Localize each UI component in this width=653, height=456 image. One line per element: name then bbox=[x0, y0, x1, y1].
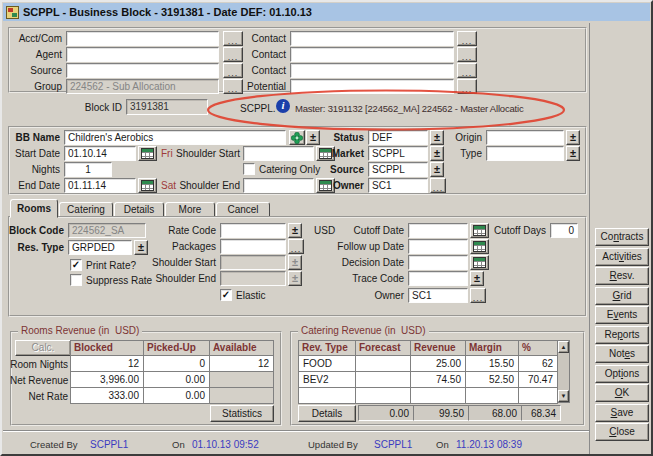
activities-button[interactable]: Activities bbox=[595, 248, 649, 266]
type-dropdown-button[interactable]: ± bbox=[566, 146, 580, 161]
group-field: 224562 - Sub Allocation bbox=[66, 79, 219, 94]
updated-on-label: On bbox=[436, 439, 449, 450]
created-on-value: 01.10.13 09:52 bbox=[192, 439, 259, 450]
contact2-field[interactable] bbox=[290, 47, 454, 62]
cutoff-days-field[interactable]: 0 bbox=[550, 223, 578, 238]
rt-owner-lookup-button[interactable]: ... bbox=[470, 288, 486, 303]
suppress-rate-checkbox[interactable] bbox=[70, 274, 82, 286]
options-button[interactable]: Options bbox=[595, 365, 649, 383]
catering-only-checkbox[interactable] bbox=[243, 163, 255, 175]
start-date-field[interactable]: 01.10.14 bbox=[64, 146, 136, 161]
nights-field[interactable]: 1 bbox=[64, 162, 112, 177]
scroll-up-icon[interactable]: ▲ bbox=[558, 341, 569, 353]
room-nights-available: 12 bbox=[209, 355, 274, 372]
source2-label: Source bbox=[308, 162, 364, 177]
net-rate-available bbox=[209, 387, 274, 404]
status-dropdown-button[interactable]: ± bbox=[430, 130, 444, 145]
packages-lookup-button[interactable]: ... bbox=[288, 239, 304, 254]
owner-lookup-button[interactable]: ... bbox=[430, 178, 446, 193]
calendar-icon bbox=[473, 241, 486, 252]
status-field[interactable]: DEF bbox=[368, 130, 428, 145]
market-dropdown-button[interactable]: ± bbox=[430, 146, 444, 161]
shoulder-start-field[interactable] bbox=[243, 146, 314, 161]
origin-dropdown-button[interactable]: ± bbox=[566, 130, 580, 145]
potential-lookup-button[interactable]: ... bbox=[457, 79, 477, 94]
close-button[interactable]: Close bbox=[595, 423, 649, 441]
print-rate-checkbox[interactable] bbox=[70, 259, 82, 271]
end-date-field[interactable]: 01.11.14 bbox=[64, 178, 136, 193]
follow-up-date-field[interactable] bbox=[408, 239, 468, 254]
events-button[interactable]: Events bbox=[595, 306, 649, 324]
bb-name-language-button[interactable] bbox=[289, 130, 305, 145]
window-title: SCPPL - Business Block - 3191381 - Date … bbox=[23, 6, 312, 18]
trace-code-field[interactable] bbox=[408, 271, 468, 286]
info-icon[interactable]: i bbox=[276, 99, 290, 113]
contact2-lookup-button[interactable]: ... bbox=[457, 47, 477, 62]
decision-date-field[interactable] bbox=[408, 255, 468, 270]
food-margin: 15.50 bbox=[465, 355, 519, 372]
cutoff-date-field[interactable] bbox=[408, 223, 468, 238]
scroll-down-icon[interactable]: ▼ bbox=[558, 390, 569, 402]
catering-scrollbar[interactable]: ▲ ▼ bbox=[557, 340, 570, 403]
agent-field[interactable] bbox=[66, 47, 219, 62]
net-revenue-row: 3,996.00 0.00 bbox=[70, 371, 274, 388]
source-field[interactable] bbox=[66, 63, 219, 78]
trace-code-dropdown-button[interactable]: ± bbox=[470, 271, 484, 286]
catering-row-bev2: BEV2 74.50 52.50 70.47 bbox=[298, 371, 558, 388]
type-field[interactable] bbox=[486, 146, 564, 161]
grid-button[interactable]: Grid bbox=[595, 287, 649, 305]
updated-by-value: SCPPL1 bbox=[374, 439, 412, 450]
follow-up-date-calendar-button[interactable] bbox=[470, 239, 489, 254]
packages-field[interactable] bbox=[220, 239, 286, 254]
col-percent: % bbox=[518, 340, 558, 356]
owner-field[interactable]: SC1 bbox=[368, 178, 428, 193]
notes-button[interactable]: Notes bbox=[595, 345, 649, 363]
col-picked-up: Picked-Up bbox=[143, 340, 210, 356]
net-rate-label: Net Rate bbox=[10, 389, 68, 404]
potential-field[interactable] bbox=[290, 79, 454, 94]
contact1-field[interactable] bbox=[290, 31, 454, 46]
rate-code-field[interactable] bbox=[220, 223, 286, 238]
shoulder-end-field[interactable] bbox=[243, 178, 314, 193]
packages-label: Packages bbox=[142, 239, 216, 254]
contact3-field[interactable] bbox=[290, 63, 454, 78]
tab-details[interactable]: Details bbox=[114, 202, 164, 217]
origin-field[interactable] bbox=[486, 130, 564, 145]
contact3-lookup-button[interactable]: ... bbox=[457, 63, 477, 78]
title-bar[interactable]: SCPPL - Business Block - 3191381 - Date … bbox=[3, 3, 650, 21]
res-type-field[interactable]: GRPDED bbox=[68, 240, 132, 255]
end-date-calendar-button[interactable] bbox=[138, 178, 157, 193]
rooms-revenue-header-row: Blocked Picked-Up Available bbox=[70, 340, 274, 356]
source2-field[interactable]: SCPPL bbox=[368, 162, 428, 177]
reports-button[interactable]: Reports bbox=[595, 326, 649, 344]
contact1-lookup-button[interactable]: ... bbox=[457, 31, 477, 46]
block-code-field: 224562_SA bbox=[68, 223, 146, 238]
resv-button[interactable]: Resv. bbox=[595, 267, 649, 285]
contracts-button[interactable]: Contracts bbox=[595, 228, 649, 246]
tab-catering[interactable]: Catering bbox=[59, 202, 113, 217]
bb-name-label: BB Name bbox=[6, 130, 60, 145]
food-revenue: 25.00 bbox=[410, 355, 466, 372]
cutoff-date-calendar-button[interactable] bbox=[470, 223, 489, 238]
market-field[interactable]: SCPPL bbox=[368, 146, 428, 161]
save-button[interactable]: Save bbox=[595, 404, 649, 422]
start-date-calendar-button[interactable] bbox=[138, 146, 157, 161]
start-date-label: Start Date bbox=[6, 146, 60, 161]
rt-owner-field[interactable]: SC1 bbox=[408, 288, 468, 303]
food-rev-type: FOOD bbox=[298, 355, 356, 372]
type-label: Type bbox=[446, 146, 482, 161]
tab-cancel[interactable]: Cancel bbox=[216, 202, 270, 217]
elastic-checkbox[interactable] bbox=[220, 289, 232, 301]
ok-button[interactable]: OK bbox=[595, 384, 649, 402]
tab-rooms[interactable]: Rooms bbox=[10, 199, 58, 218]
details-button[interactable]: Details bbox=[298, 405, 356, 422]
decision-date-calendar-button[interactable] bbox=[470, 255, 489, 270]
source-dropdown-button[interactable]: ± bbox=[430, 162, 444, 177]
bb-name-field[interactable]: Children's Aerobics bbox=[64, 130, 286, 145]
rt-owner-label: Owner bbox=[326, 288, 404, 303]
rate-code-dropdown-button[interactable]: ± bbox=[288, 223, 302, 238]
tab-more[interactable]: More bbox=[165, 202, 215, 217]
acct-com-field[interactable] bbox=[66, 31, 219, 46]
room-nights-blocked: 12 bbox=[70, 355, 144, 372]
statistics-button[interactable]: Statistics bbox=[210, 405, 274, 422]
